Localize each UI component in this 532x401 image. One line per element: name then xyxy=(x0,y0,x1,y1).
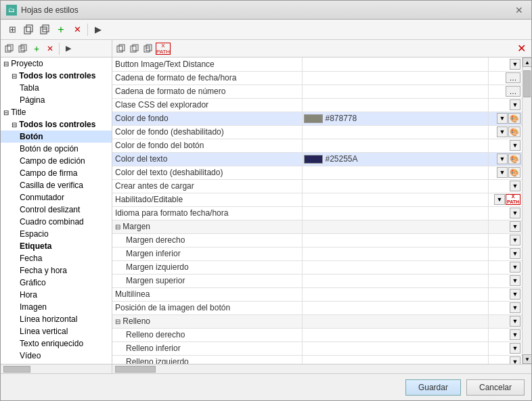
table-row[interactable]: Color de fondo#878778▼🎨 xyxy=(112,112,522,125)
table-row[interactable]: Relleno derecho▼ xyxy=(112,328,522,341)
prop-value-cell[interactable] xyxy=(302,233,488,247)
table-row[interactable]: Multilínea▼ xyxy=(112,287,522,301)
new-button[interactable]: ⊞ xyxy=(5,22,20,37)
left-delete-btn[interactable]: ✕ xyxy=(44,43,56,55)
dropdown-button[interactable]: ▼ xyxy=(510,262,520,273)
prop-value-cell[interactable] xyxy=(302,125,488,139)
dropdown-button[interactable]: ▼ xyxy=(510,275,520,286)
dots-button[interactable]: … xyxy=(506,86,520,97)
dropdown-button[interactable]: ▼ xyxy=(510,289,520,300)
copy-button[interactable] xyxy=(21,22,36,37)
save-button[interactable]: Guardar xyxy=(405,379,461,396)
prop-value-cell[interactable] xyxy=(302,314,488,328)
dropdown-button[interactable]: ▼ xyxy=(497,167,508,178)
dropdown-button[interactable]: ▼ xyxy=(497,126,508,137)
prop-value-cell[interactable] xyxy=(302,166,488,179)
palette-button[interactable]: 🎨 xyxy=(508,126,520,137)
table-row[interactable]: Color de fondo (deshabilitado)▼🎨 xyxy=(112,125,522,139)
prop-value-cell[interactable] xyxy=(302,220,488,233)
dropdown-button[interactable]: ▼ xyxy=(510,316,520,327)
tree-item-texto-enriquecido[interactable]: Texto enriquecido xyxy=(1,337,112,350)
table-row[interactable]: ⊟ Relleno▼ xyxy=(112,314,522,328)
properties-table[interactable]: Button Image/Text Distance▼Cadena de for… xyxy=(112,57,522,364)
table-row[interactable]: Button Image/Text Distance▼ xyxy=(112,57,522,71)
table-row[interactable]: Clase CSS del explorador▼ xyxy=(112,98,522,112)
table-row[interactable]: Margen derecho▼ xyxy=(112,233,522,247)
tree-item-grafico[interactable]: Gráfico xyxy=(1,277,112,289)
palette-button[interactable]: 🎨 xyxy=(508,113,520,124)
right-vscrollbar[interactable]: ▲ ▼ xyxy=(522,57,531,364)
table-row[interactable]: Crear antes de cargar▼ xyxy=(112,179,522,193)
tree-item-imagen[interactable]: Imagen xyxy=(1,301,112,313)
prop-value-cell[interactable] xyxy=(302,85,488,98)
tree-item-tabla-1[interactable]: Tabla xyxy=(1,82,112,94)
prop-value-cell[interactable] xyxy=(302,274,488,287)
tree-item-todos-controles-2[interactable]: ⊟ Todos los controles xyxy=(1,118,112,131)
tree-item-video[interactable]: Vídeo xyxy=(1,350,112,362)
prop-value-cell[interactable] xyxy=(302,301,488,314)
tree-item-cuadro-combinado[interactable]: Cuadro combinad xyxy=(1,216,112,228)
import-button[interactable] xyxy=(37,22,52,37)
dropdown-button[interactable]: ▼ xyxy=(497,154,508,164)
dropdown-button[interactable]: ▼ xyxy=(510,208,520,218)
dropdown-button[interactable]: ▼ xyxy=(510,181,520,191)
dropdown-button[interactable]: ▼ xyxy=(510,235,520,245)
prop-value-cell[interactable] xyxy=(302,71,488,85)
tree-area[interactable]: ⊟ Proyecto ⊟ Todos los controles Tabla P… xyxy=(1,57,112,364)
delete-button[interactable]: ✕ xyxy=(70,22,85,37)
tree-item-boton[interactable]: Botón xyxy=(1,131,112,143)
table-row[interactable]: Margen izquierdo▼ xyxy=(112,260,522,274)
tree-item-hora[interactable]: Hora xyxy=(1,289,112,301)
dropdown-button[interactable]: ▼ xyxy=(510,248,520,259)
hscroll-thumb[interactable] xyxy=(3,366,30,373)
prop-value-cell[interactable] xyxy=(302,355,488,364)
tree-item-linea-vertical[interactable]: Línea vertical xyxy=(1,325,112,337)
right-delete-btn[interactable]: ✕ xyxy=(514,41,529,56)
dropdown-button[interactable]: ▼ xyxy=(510,356,520,364)
table-row[interactable]: Color de fondo del botón▼ xyxy=(112,139,522,152)
tree-item-control-deslizante[interactable]: Control deslizant xyxy=(1,204,112,216)
prop-value-cell[interactable] xyxy=(302,247,488,260)
palette-button[interactable]: 🎨 xyxy=(508,167,520,178)
right-import-btn[interactable] xyxy=(142,43,154,55)
dropdown-button[interactable]: ▼ xyxy=(497,113,508,124)
tree-item-campo-firma[interactable]: Campo de firma xyxy=(1,167,112,179)
tree-item-fecha-hora[interactable]: Fecha y hora xyxy=(1,264,112,277)
prop-value-cell[interactable] xyxy=(302,206,488,220)
right-copy-btn[interactable] xyxy=(129,43,141,55)
tree-item-todos-controles-1[interactable]: ⊟ Todos los controles xyxy=(1,70,112,82)
add-button[interactable]: + xyxy=(53,22,68,37)
dropdown-button[interactable]: ▼ xyxy=(510,140,520,151)
table-row[interactable]: Relleno inferior▼ xyxy=(112,341,522,355)
left-add-btn[interactable]: + xyxy=(30,43,43,55)
table-row[interactable]: ⊟ Margen▼ xyxy=(112,220,522,233)
prop-value-cell[interactable] xyxy=(302,179,488,193)
left-copy-btn[interactable] xyxy=(17,43,29,55)
prop-value-cell[interactable] xyxy=(302,57,488,71)
tree-item-pagina[interactable]: Página xyxy=(1,94,112,106)
left-move-btn[interactable]: ▶ xyxy=(62,43,74,55)
table-row[interactable]: Cadena de formato de fecha/hora… xyxy=(112,71,522,85)
table-row[interactable]: Relleno izquierdo▼ xyxy=(112,355,522,364)
dots-button[interactable]: … xyxy=(506,72,520,83)
right-new-btn[interactable] xyxy=(115,43,127,55)
table-row[interactable]: Cadena de formato de número… xyxy=(112,85,522,98)
table-row[interactable]: Margen inferior▼ xyxy=(112,247,522,260)
scroll-up-arrow[interactable]: ▲ xyxy=(523,57,531,67)
dropdown-button[interactable]: ▼ xyxy=(510,302,520,313)
tree-item-proyecto[interactable]: ⊟ Proyecto xyxy=(1,57,112,70)
tree-item-title[interactable]: ⊟ Title xyxy=(1,106,112,118)
dropdown-button[interactable]: ▼ xyxy=(510,59,520,70)
move-button[interactable]: ▶ xyxy=(91,22,106,37)
dropdown-button[interactable]: ▼ xyxy=(510,343,520,354)
dropdown-button[interactable]: ▼ xyxy=(510,221,520,232)
cancel-button[interactable]: Cancelar xyxy=(466,379,525,396)
right-hscroll[interactable] xyxy=(112,364,531,373)
table-row[interactable]: Color del texto (deshabilitado)▼🎨 xyxy=(112,166,522,179)
prop-value-cell[interactable] xyxy=(302,341,488,355)
table-row[interactable]: Posición de la imagen del botón▼ xyxy=(112,301,522,314)
table-row[interactable]: Color del texto#25255A▼🎨 xyxy=(112,152,522,166)
hscroll-thumb-right[interactable] xyxy=(115,366,156,373)
tree-item-casilla[interactable]: Casilla de verifica xyxy=(1,179,112,191)
prop-value-cell[interactable] xyxy=(302,139,488,152)
